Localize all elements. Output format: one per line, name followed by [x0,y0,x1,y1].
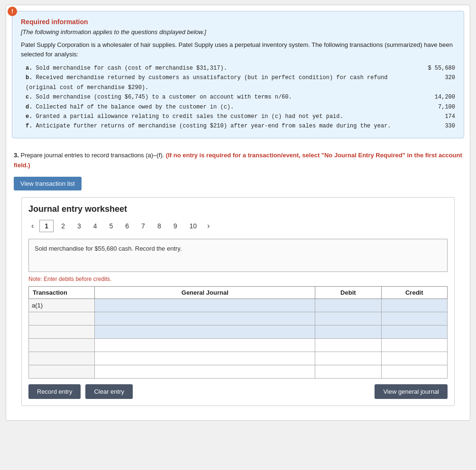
journal-input[interactable] [98,328,312,336]
tab-5[interactable]: 5 [105,220,118,232]
tab-4[interactable]: 4 [89,220,102,232]
journal-input[interactable] [98,315,312,323]
col-header-credit: Credit [381,287,447,299]
tab-2[interactable]: 2 [56,220,70,232]
tab-next-arrow[interactable]: › [204,221,212,231]
credit-input[interactable] [384,354,444,362]
transaction-cell [29,325,95,339]
tab-navigation: ‹ 1 2 3 4 5 6 7 8 9 10 › [28,220,448,232]
tab-9[interactable]: 9 [169,220,182,232]
transactions-table: a. Sold merchandise for cash (cost of me… [26,63,455,131]
transaction-text: a. Sold merchandise for cash (cost of me… [26,63,417,73]
table-row: a(1) [29,299,448,312]
tab-7[interactable]: 7 [137,220,150,232]
journal-input[interactable] [98,301,312,309]
transaction-text: e. Granted a partial allowance relating … [26,112,417,121]
transaction-row: c. Sold merchandise (costing $6,745) to … [26,92,455,102]
entry-description-box: Sold merchandise for $55,680 cash. Recor… [28,239,448,272]
worksheet-title: Journal entry worksheet [28,204,448,214]
note-text: Note: Enter debits before credits. [28,276,448,282]
transaction-row: a. Sold merchandise for cash (cost of me… [26,63,455,73]
transaction-amount: 174 [417,112,455,121]
view-transaction-button[interactable]: View transaction list [14,177,82,190]
debit-cell[interactable] [315,339,381,352]
debit-cell[interactable] [315,352,381,365]
journal-input[interactable] [98,341,312,349]
debit-input[interactable] [318,354,378,362]
journal-input[interactable] [98,368,312,376]
journal-table: Transaction General Journal Debit Credit… [28,286,448,379]
table-row [29,325,448,339]
tab-1[interactable]: 1 [39,220,54,232]
question-section: 3. Prepare journal entries to record tra… [6,144,470,421]
credit-input[interactable] [384,301,444,309]
required-info-title: Required information [21,18,455,26]
debit-cell[interactable] [315,365,381,379]
journal-cell[interactable] [95,312,315,325]
italic-note: [The following information applies to th… [21,28,455,36]
table-row [29,352,448,365]
worksheet-container: Journal entry worksheet ‹ 1 2 3 4 5 6 7 … [21,197,455,406]
credit-cell[interactable] [381,299,447,312]
journal-cell[interactable] [95,352,315,365]
debit-input[interactable] [318,301,378,309]
record-entry-button[interactable]: Record entry [28,384,81,399]
transaction-text: f. Anticipate further returns of merchan… [26,121,417,131]
transaction-cell [29,352,95,365]
transaction-cell [29,312,95,325]
journal-cell[interactable] [95,365,315,379]
transaction-row: e. Granted a partial allowance relating … [26,112,455,121]
debit-cell[interactable] [315,299,381,312]
credit-cell[interactable] [381,325,447,339]
tab-8[interactable]: 8 [153,220,166,232]
question-number: 3. [14,152,19,159]
debit-cell[interactable] [315,312,381,325]
transaction-cell [29,339,95,352]
debit-input[interactable] [318,328,378,336]
tab-10[interactable]: 10 [185,220,202,232]
tab-prev-arrow[interactable]: ‹ [28,221,37,231]
col-header-general-journal: General Journal [95,287,315,299]
transaction-amount: 7,100 [417,102,455,112]
transaction-amount: 14,200 [417,92,455,102]
transaction-text: d. Collected half of the balance owed by… [26,102,417,112]
table-row [29,339,448,352]
debit-input[interactable] [318,341,378,349]
view-general-journal-button[interactable]: View general journal [375,384,448,399]
debit-cell[interactable] [315,325,381,339]
credit-cell[interactable] [381,352,447,365]
transaction-cell [29,365,95,379]
transaction-row: d. Collected half of the balance owed by… [26,102,455,112]
transaction-row: b. Received merchandise returned by cust… [26,73,455,92]
debit-input[interactable] [318,315,378,323]
transaction-amount: $ 55,680 [417,63,455,73]
col-header-debit: Debit [315,287,381,299]
credit-input[interactable] [384,315,444,323]
question-text: 3. Prepare journal entries to record tra… [14,151,462,171]
credit-cell[interactable] [381,339,447,352]
credit-input[interactable] [384,328,444,336]
transaction-amount: 330 [417,121,455,131]
tab-6[interactable]: 6 [120,220,134,232]
journal-cell[interactable] [95,299,315,312]
col-header-transaction: Transaction [29,287,95,299]
debit-input[interactable] [318,368,378,376]
transaction-cell: a(1) [29,299,95,312]
credit-input[interactable] [384,368,444,376]
journal-cell[interactable] [95,339,315,352]
alert-icon: ! [8,7,17,16]
journal-cell[interactable] [95,325,315,339]
table-row [29,312,448,325]
buttons-row: Record entry Clear entry View general jo… [28,384,448,399]
transaction-text: c. Sold merchandise (costing $6,745) to … [26,92,417,102]
table-row [29,365,448,379]
credit-cell[interactable] [381,312,447,325]
credit-cell[interactable] [381,365,447,379]
journal-input[interactable] [98,354,312,362]
info-text: Patel Supply Corporation is a wholesaler… [21,40,455,59]
credit-input[interactable] [384,341,444,349]
transaction-amount: 320 [417,73,455,92]
clear-entry-button[interactable]: Clear entry [85,384,133,399]
tab-3[interactable]: 3 [73,220,86,232]
main-container: ! Required information [The following in… [6,5,470,421]
